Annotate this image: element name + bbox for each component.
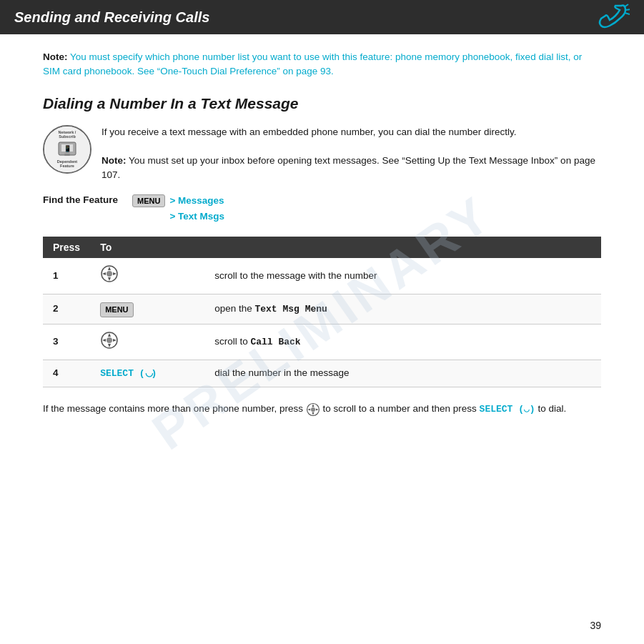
svg-point-14 bbox=[106, 337, 112, 343]
svg-marker-17 bbox=[102, 339, 106, 342]
path-messages: > Messages bbox=[169, 195, 224, 206]
feature-text-block: If you receive a text message with an em… bbox=[101, 125, 601, 183]
row-3-to: scroll to Call Back bbox=[204, 324, 601, 360]
code-call-back: Call Back bbox=[250, 337, 300, 347]
badge-top-text: Network / Subscrib bbox=[56, 130, 79, 139]
section-heading: Dialing a Number In a Text Message bbox=[43, 95, 601, 112]
svg-marker-18 bbox=[113, 339, 117, 342]
table-row: 3 scroll to Call Back bbox=[43, 324, 601, 360]
svg-line-1 bbox=[625, 9, 630, 10]
svg-marker-16 bbox=[108, 344, 111, 347]
select-label: SELECT ( bbox=[100, 368, 144, 379]
row-1-to: scroll to the message with the number bbox=[204, 258, 601, 294]
page-content: Note: You must specify which phone numbe… bbox=[0, 34, 644, 431]
find-feature-menu: MENU > Messages > Text Msgs bbox=[132, 193, 224, 226]
col-header-press: Press bbox=[43, 237, 90, 258]
col-header-to: To bbox=[90, 237, 601, 258]
header-title: Sending and Receiving Calls bbox=[14, 9, 209, 26]
svg-marker-22 bbox=[312, 412, 314, 415]
phone-icon bbox=[595, 3, 630, 31]
row-3-press bbox=[90, 324, 204, 360]
select-paren: ◡) bbox=[145, 367, 156, 378]
row-2-press: MENU bbox=[90, 294, 204, 324]
svg-marker-23 bbox=[307, 408, 310, 410]
row-4-to: dial the number in the message bbox=[204, 360, 601, 387]
row-4-press: SELECT (◡) bbox=[90, 360, 204, 387]
find-feature-row: Find the Feature MENU > Messages > Text … bbox=[43, 193, 601, 226]
svg-marker-21 bbox=[312, 404, 314, 407]
note-block-1: Note: You must specify which phone numbe… bbox=[43, 50, 601, 79]
code-text-msg-menu: Text Msg Menu bbox=[254, 304, 327, 314]
row-1-num: 1 bbox=[43, 258, 90, 294]
table-row: 2 MENU open the Text Msg Menu bbox=[43, 294, 601, 324]
svg-marker-12 bbox=[113, 272, 117, 275]
svg-marker-9 bbox=[108, 267, 111, 270]
find-feature-label: Find the Feature bbox=[43, 193, 118, 205]
note-label-2: Note: bbox=[101, 155, 127, 166]
note-text-2: You must set up your inbox before openin… bbox=[101, 155, 595, 180]
bottom-paragraph: If the message contains more than one ph… bbox=[43, 402, 601, 417]
menu-button-icon: MENU bbox=[132, 194, 165, 207]
header-bar: Sending and Receiving Calls bbox=[0, 0, 644, 34]
svg-point-20 bbox=[311, 407, 315, 412]
row-2-num: 2 bbox=[43, 294, 90, 324]
note-text-1: You must specify which phone number list… bbox=[43, 51, 582, 76]
table-row: 4 SELECT (◡) dial the number in the mess… bbox=[43, 360, 601, 387]
svg-marker-10 bbox=[108, 277, 111, 281]
press-table: Press To 1 bbox=[43, 237, 601, 387]
svg-line-2 bbox=[625, 13, 630, 14]
select-inline: SELECT (◡) bbox=[480, 404, 535, 415]
row-4-num: 4 bbox=[43, 360, 90, 387]
find-feature-paths: > Messages > Text Msgs bbox=[169, 193, 224, 226]
page-number: 39 bbox=[590, 620, 601, 631]
svg-marker-11 bbox=[102, 272, 106, 275]
nav-icon-inline bbox=[306, 402, 320, 417]
nav-icon-1 bbox=[100, 264, 119, 283]
row-2-to: open the Text Msg Menu bbox=[204, 294, 601, 324]
network-subscriber-badge: Network / Subscrib 📱 Dependent Feature bbox=[43, 125, 91, 174]
svg-rect-5 bbox=[64, 154, 70, 156]
table-row: 1 scroll to the message bbox=[43, 258, 601, 294]
svg-point-8 bbox=[106, 271, 112, 277]
table-header-row: Press To bbox=[43, 237, 601, 258]
feature-description: If you receive a text message with an em… bbox=[101, 125, 601, 139]
feature-block: Network / Subscrib 📱 Dependent Feature I… bbox=[43, 125, 601, 183]
svg-marker-15 bbox=[108, 333, 111, 337]
note-label-1: Note: bbox=[43, 51, 68, 62]
nav-icon-3 bbox=[100, 331, 119, 350]
menu-btn-2: MENU bbox=[100, 302, 133, 317]
svg-marker-24 bbox=[316, 408, 319, 410]
row-1-press bbox=[90, 258, 204, 294]
path-text-msgs: > Text Msgs bbox=[169, 211, 224, 222]
row-3-num: 3 bbox=[43, 324, 90, 360]
svg-text:📱: 📱 bbox=[64, 144, 72, 153]
badge-bottom-text: Dependent Feature bbox=[56, 159, 79, 168]
